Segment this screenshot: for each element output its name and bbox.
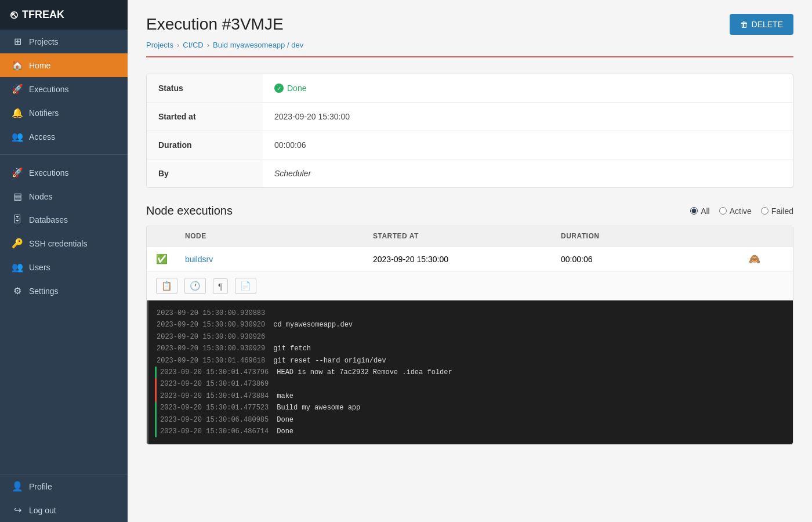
log-text: Done [277,414,293,426]
toolbar-copy-btn[interactable]: 📋 [156,278,177,294]
log-timestamp: 2023-09-20 15:30:06.480985 [160,414,269,426]
by-label: By [147,160,263,187]
duration-value: 00:00:06 [263,131,793,159]
by-value: Scheduler [263,160,793,187]
log-line: 2023-09-20 15:30:01.477523Build my aweso… [155,402,785,414]
sidebar-item-label: Settings [29,287,59,296]
home-icon: 🏠 [12,60,23,71]
sidebar-item-label: Executions [29,168,68,177]
row-action: 🙈 [749,253,784,264]
node-executions-section-header: Node executions All Active Failed [146,204,793,217]
sidebar-item-profile[interactable]: 👤 Profile [0,474,128,498]
execution-info-table: Status ✓ Done Started at 2023-09-20 15:3… [146,74,793,188]
sidebar-item-ssh[interactable]: 🔑 SSH credentials [0,231,128,255]
row-status-icon: ✅ [156,253,185,264]
breadcrumb-sep2: › [207,41,209,49]
sidebar-item-label: Access [29,132,55,142]
sidebar-item-settings[interactable]: ⚙ Settings [0,279,128,303]
row-started: 2023-09-20 15:30:00 [373,255,561,264]
table-header: NODE STARTED AT DURATION [147,226,793,246]
row-node: buildsrv [185,255,373,264]
log-text: Done [277,426,293,437]
filter-failed[interactable]: Failed [761,206,793,216]
sidebar-item-projects[interactable]: ⊞ Projects [0,30,128,53]
sidebar: ⎋ TFREAK ⊞ Projects 🏠 Home 🚀 Executions … [0,0,128,522]
breadcrumb-build: Buid myawesomeapp / dev [213,41,303,49]
toolbar-clock-btn[interactable]: 🕐 [184,278,206,294]
sidebar-item-access[interactable]: 👥 Access [0,125,128,148]
log-timestamp: 2023-09-20 15:30:00.930883 [157,307,265,319]
col-actions [749,232,784,240]
filter-group: All Active Failed [690,206,793,216]
sidebar-item-label: Home [29,61,50,70]
sidebar-item-databases[interactable]: 🗄 Databases [0,208,128,231]
filter-active[interactable]: Active [719,206,752,216]
log-line: 2023-09-20 15:30:00.930929git fetch [157,343,785,354]
filter-failed-radio[interactable] [761,207,768,215]
log-line: 2023-09-20 15:30:01.469618git reset --ha… [157,355,785,367]
breadcrumb-projects[interactable]: Projects [146,41,173,49]
logo-icon: ⎋ [10,8,17,21]
table-row: ✅ buildsrv 2023-09-20 15:30:00 00:00:06 … [147,246,793,272]
log-line: 2023-09-20 15:30:00.930926 [157,331,785,343]
main-content: Execution #3VMJE 🗑 DELETE Projects › CI/… [128,0,812,522]
logo-text: TFREAK [22,9,64,21]
sidebar-item-notifiers[interactable]: 🔔 Notifiers [0,101,128,125]
profile-icon: 👤 [12,481,23,492]
sidebar-item-label: Executions [29,85,68,94]
log-line: 2023-09-20 15:30:06.480985Done [155,414,785,426]
log-toolbar: 📋 🕐 ¶ 📄 [147,272,793,300]
status-done: ✓ Done [274,84,306,93]
bell-icon: 🔔 [12,107,23,118]
logout-icon: ↪ [12,505,23,516]
log-text: make [277,390,293,402]
eye-off-icon[interactable]: 🙈 [749,254,760,264]
row-duration: 00:00:06 [561,255,749,264]
sidebar-item-home[interactable]: 🏠 Home [0,53,128,77]
status-row: Status ✓ Done [147,74,793,103]
breadcrumb: Projects › CI/CD › Buid myawesomeapp / d… [146,41,793,57]
log-timestamp: 2023-09-20 15:30:01.473869 [160,378,269,390]
status-value: ✓ Done [263,74,793,102]
sidebar-item-label: Notifiers [29,108,59,118]
sidebar-item-label: Users [29,263,50,272]
page-title: Execution #3VMJE [146,15,284,34]
log-text: HEAD is now at 7ac2932 Remove .idea fold… [277,367,452,378]
node-table: NODE STARTED AT DURATION ✅ buildsrv 2023… [146,226,793,445]
filter-all[interactable]: All [690,206,710,216]
status-label: Status [147,74,263,102]
rocket-icon: 🚀 [12,84,23,95]
toolbar-download-btn[interactable]: 📄 [235,278,256,294]
log-line: 2023-09-20 15:30:01.473884make [155,390,785,402]
node-link[interactable]: buildsrv [185,255,213,264]
log-line: 2023-09-20 15:30:00.930883 [157,307,785,319]
sidebar-item-executions[interactable]: 🚀 Executions [0,161,128,184]
by-row: By Scheduler [147,160,793,187]
node-executions-title: Node executions [146,204,233,217]
delete-button[interactable]: 🗑 DELETE [730,14,793,35]
sidebar-item-users[interactable]: 👥 Users [0,255,128,279]
sidebar-item-label: SSH credentials [29,239,87,248]
filter-all-radio[interactable] [690,207,698,215]
check-circle-icon: ✅ [156,254,168,264]
log-timestamp: 2023-09-20 15:30:06.486714 [160,426,269,437]
log-terminal: 2023-09-20 15:30:00.9308832023-09-20 15:… [147,300,793,444]
logo[interactable]: ⎋ TFREAK [0,0,128,30]
breadcrumb-cicd[interactable]: CI/CD [183,41,203,49]
sidebar-item-executions-top[interactable]: 🚀 Executions [0,77,128,101]
log-timestamp: 2023-09-20 15:30:01.469618 [157,355,265,367]
col-duration: DURATION [561,232,749,240]
page-header: Execution #3VMJE 🗑 DELETE Projects › CI/… [128,0,812,57]
log-line: 2023-09-20 15:30:01.473869 [155,378,785,390]
filter-active-radio[interactable] [719,207,727,215]
col-node: NODE [185,232,373,240]
sidebar-item-label: Log out [29,506,56,515]
sidebar-item-logout[interactable]: ↪ Log out [0,498,128,522]
started-label: Started at [147,103,263,130]
sidebar-item-nodes[interactable]: ▤ Nodes [0,184,128,208]
status-dot: ✓ [274,84,284,93]
log-timestamp: 2023-09-20 15:30:00.930920 [157,319,265,331]
log-line: 2023-09-20 15:30:06.486714Done [155,426,785,437]
log-timestamp: 2023-09-20 15:30:00.930926 [157,331,265,343]
toolbar-paragraph-btn[interactable]: ¶ [213,278,228,294]
